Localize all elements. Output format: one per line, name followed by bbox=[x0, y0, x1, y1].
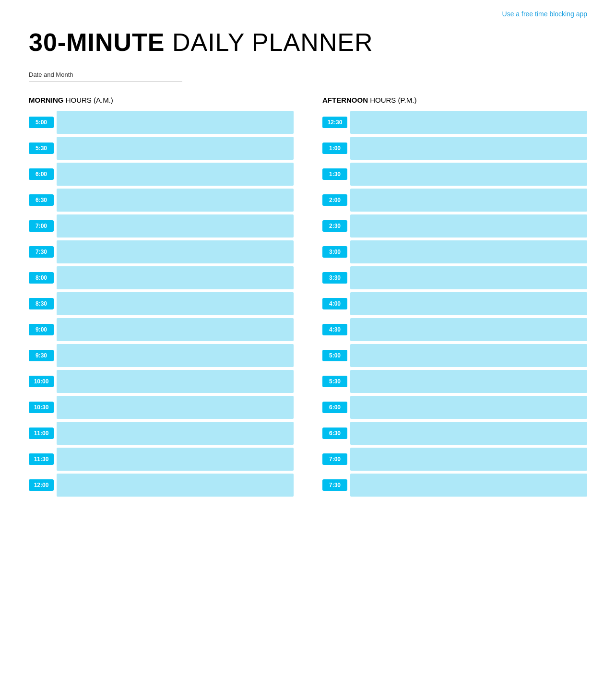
time-badge: 5:00 bbox=[322, 350, 347, 361]
time-block[interactable] bbox=[57, 396, 294, 419]
time-block[interactable] bbox=[350, 137, 587, 160]
time-block[interactable] bbox=[350, 318, 587, 341]
time-badge: 11:30 bbox=[29, 453, 54, 465]
time-row: 12:30 bbox=[322, 111, 587, 134]
time-row: 7:00 bbox=[322, 448, 587, 471]
time-block[interactable] bbox=[57, 422, 294, 445]
time-row: 11:00 bbox=[29, 422, 294, 445]
time-block[interactable] bbox=[57, 370, 294, 393]
time-row: 5:00 bbox=[322, 344, 587, 367]
time-block[interactable] bbox=[350, 422, 587, 445]
time-badge: 8:30 bbox=[29, 298, 54, 309]
time-badge: 10:00 bbox=[29, 376, 54, 387]
time-row: 7:30 bbox=[322, 474, 587, 497]
time-row: 1:00 bbox=[322, 137, 587, 160]
time-badge: 1:00 bbox=[322, 143, 347, 154]
time-block[interactable] bbox=[350, 370, 587, 393]
time-block[interactable] bbox=[57, 111, 294, 134]
time-badge: 7:30 bbox=[322, 479, 347, 491]
morning-slots: 5:005:306:006:307:007:308:008:309:009:30… bbox=[29, 111, 294, 497]
time-badge: 3:00 bbox=[322, 246, 347, 258]
time-badge: 3:30 bbox=[322, 272, 347, 284]
time-row: 7:00 bbox=[29, 214, 294, 238]
time-badge: 11:00 bbox=[29, 428, 54, 439]
time-badge: 12:00 bbox=[29, 479, 54, 491]
planner-grid: MORNING HOURS (A.M.) 5:005:306:006:307:0… bbox=[29, 96, 587, 499]
time-row: 10:00 bbox=[29, 370, 294, 393]
time-badge: 7:30 bbox=[29, 246, 54, 258]
time-row: 2:00 bbox=[322, 189, 587, 212]
time-block[interactable] bbox=[57, 448, 294, 471]
time-row: 8:00 bbox=[29, 266, 294, 289]
afternoon-slots: 12:301:001:302:002:303:003:304:004:305:0… bbox=[322, 111, 587, 497]
time-badge: 5:30 bbox=[322, 376, 347, 387]
time-row: 9:00 bbox=[29, 318, 294, 341]
time-badge: 9:00 bbox=[29, 324, 54, 335]
time-badge: 6:00 bbox=[322, 402, 347, 413]
time-block[interactable] bbox=[57, 344, 294, 367]
time-badge: 4:00 bbox=[322, 298, 347, 309]
date-underline bbox=[29, 81, 182, 82]
time-block[interactable] bbox=[57, 163, 294, 186]
time-badge: 7:00 bbox=[29, 220, 54, 232]
time-row: 6:00 bbox=[322, 396, 587, 419]
time-row: 6:00 bbox=[29, 163, 294, 186]
time-row: 3:30 bbox=[322, 266, 587, 289]
time-badge: 7:00 bbox=[322, 453, 347, 465]
time-badge: 1:30 bbox=[322, 168, 347, 180]
time-row: 8:30 bbox=[29, 292, 294, 315]
time-block[interactable] bbox=[350, 163, 587, 186]
time-badge: 9:30 bbox=[29, 350, 54, 361]
time-badge: 5:30 bbox=[29, 143, 54, 154]
time-block[interactable] bbox=[350, 266, 587, 289]
time-row: 4:30 bbox=[322, 318, 587, 341]
time-row: 7:30 bbox=[29, 240, 294, 263]
time-row: 9:30 bbox=[29, 344, 294, 367]
time-block[interactable] bbox=[350, 214, 587, 238]
time-row: 12:00 bbox=[29, 474, 294, 497]
time-block[interactable] bbox=[57, 292, 294, 315]
time-badge: 10:30 bbox=[29, 402, 54, 413]
time-row: 5:00 bbox=[29, 111, 294, 134]
time-row: 5:30 bbox=[29, 137, 294, 160]
date-label: Date and Month bbox=[29, 71, 587, 78]
time-block[interactable] bbox=[350, 448, 587, 471]
time-badge: 8:00 bbox=[29, 272, 54, 284]
time-block[interactable] bbox=[350, 240, 587, 263]
time-block[interactable] bbox=[57, 318, 294, 341]
time-block[interactable] bbox=[57, 266, 294, 289]
time-badge: 4:30 bbox=[322, 324, 347, 335]
time-block[interactable] bbox=[350, 189, 587, 212]
time-block[interactable] bbox=[57, 474, 294, 497]
time-block[interactable] bbox=[350, 292, 587, 315]
time-badge: 2:30 bbox=[322, 220, 347, 232]
afternoon-column: AFTERNOON HOURS (P.M.) 12:301:001:302:00… bbox=[322, 96, 587, 499]
afternoon-header: AFTERNOON HOURS (P.M.) bbox=[322, 96, 587, 104]
time-row: 4:00 bbox=[322, 292, 587, 315]
time-badge: 5:00 bbox=[29, 117, 54, 128]
time-badge: 12:30 bbox=[322, 117, 347, 128]
page-title: 30-MINUTE DAILY PLANNER bbox=[29, 28, 587, 57]
morning-column: MORNING HOURS (A.M.) 5:005:306:006:307:0… bbox=[29, 96, 294, 499]
time-badge: 2:00 bbox=[322, 194, 347, 206]
time-row: 3:00 bbox=[322, 240, 587, 263]
time-row: 6:30 bbox=[29, 189, 294, 212]
time-badge: 6:00 bbox=[29, 168, 54, 180]
top-link[interactable]: Use a free time blocking app bbox=[502, 10, 587, 18]
time-block[interactable] bbox=[57, 137, 294, 160]
time-block[interactable] bbox=[350, 111, 587, 134]
time-row: 2:30 bbox=[322, 214, 587, 238]
time-badge: 6:30 bbox=[29, 194, 54, 206]
time-block[interactable] bbox=[57, 189, 294, 212]
time-row: 11:30 bbox=[29, 448, 294, 471]
morning-header: MORNING HOURS (A.M.) bbox=[29, 96, 294, 104]
time-badge: 6:30 bbox=[322, 428, 347, 439]
time-block[interactable] bbox=[350, 344, 587, 367]
time-block[interactable] bbox=[57, 240, 294, 263]
time-block[interactable] bbox=[350, 396, 587, 419]
time-block[interactable] bbox=[350, 474, 587, 497]
time-block[interactable] bbox=[57, 214, 294, 238]
time-row: 5:30 bbox=[322, 370, 587, 393]
time-row: 10:30 bbox=[29, 396, 294, 419]
time-row: 6:30 bbox=[322, 422, 587, 445]
